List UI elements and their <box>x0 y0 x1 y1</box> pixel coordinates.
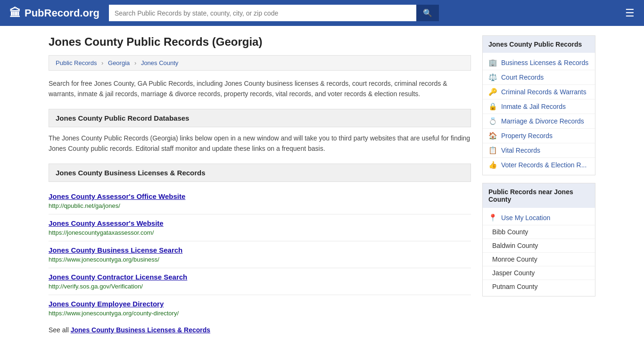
sidebar-item-baldwin[interactable]: Baldwin County <box>483 239 595 253</box>
record-item: Jones County Contractor License Search h… <box>49 268 471 295</box>
sidebar-item-voter[interactable]: 👍 Voter Records & Election R... <box>483 158 595 172</box>
sidebar-item-marriage[interactable]: 💍 Marriage & Divorce Records <box>483 114 595 129</box>
sidebar-item-putnam[interactable]: Putnam County <box>483 280 595 293</box>
see-all-link[interactable]: Jones County Business Licenses & Records <box>71 326 210 334</box>
breadcrumb-jones-county[interactable]: Jones County <box>141 59 179 66</box>
lock-icon: 🔒 <box>488 102 497 111</box>
sidebar-item-label: Inmate & Jail Records <box>501 103 566 110</box>
county-records-list: 🏢 Business Licenses & Records ⚖️ Court R… <box>483 53 595 175</box>
site-header: 🏛 PubRecord.org 🔍 ☰ <box>0 0 644 26</box>
breadcrumb-sep-1: › <box>101 59 103 66</box>
thumbsup-icon: 👍 <box>488 161 497 169</box>
sidebar-item-label: Criminal Records & Warrants <box>501 88 586 96</box>
record-title-3[interactable]: Jones County Contractor License Search <box>49 273 471 281</box>
record-list: Jones County Assessor's Office Website h… <box>49 188 471 321</box>
search-button[interactable]: 🔍 <box>416 5 439 21</box>
location-icon: 📍 <box>488 214 497 222</box>
building-icon: 🏢 <box>488 58 497 67</box>
sidebar-item-criminal[interactable]: 🔑 Criminal Records & Warrants <box>483 85 595 99</box>
breadcrumb-public-records[interactable]: Public Records <box>56 59 97 66</box>
breadcrumb: Public Records › Georgia › Jones County <box>49 55 471 71</box>
see-all-prefix: See all <box>49 326 71 334</box>
sidebar-item-label: Marriage & Divorce Records <box>501 117 584 125</box>
nearby-records-box-header: Public Records near Jones County <box>483 183 595 208</box>
see-all: See all Jones County Business Licenses &… <box>49 326 471 334</box>
page-title: Jones County Public Records (Georgia) <box>49 35 471 49</box>
record-title-2[interactable]: Jones County Business License Search <box>49 246 471 254</box>
page-description: Search for free Jones County, GA Public … <box>49 78 471 99</box>
site-logo[interactable]: 🏛 PubRecord.org <box>9 7 99 20</box>
record-url-2: https://www.jonescountyga.org/business/ <box>49 256 159 263</box>
search-icon: 🔍 <box>423 9 432 17</box>
business-section-header: Jones County Business Licenses & Records <box>49 164 471 182</box>
sidebar-item-monroe[interactable]: Monroe County <box>483 253 595 266</box>
page-container: Jones County Public Records (Georgia) Pu… <box>39 26 605 343</box>
sidebar-item-inmate[interactable]: 🔒 Inmate & Jail Records <box>483 99 595 114</box>
databases-section-text: The Jones County Public Records (Georgia… <box>49 133 471 154</box>
sidebar-item-label: Monroe County <box>492 255 537 263</box>
search-bar: 🔍 <box>109 5 439 21</box>
sidebar-item-vital[interactable]: 📋 Vital Records <box>483 143 595 158</box>
main-content: Jones County Public Records (Georgia) Pu… <box>49 35 471 334</box>
sidebar-item-label: Voter Records & Election R... <box>501 161 586 169</box>
breadcrumb-sep-2: › <box>134 59 136 66</box>
record-title-1[interactable]: Jones County Assessor's Website <box>49 219 471 227</box>
sidebar-item-label: Use My Location <box>501 214 550 222</box>
sidebar-item-label: Property Records <box>501 132 553 140</box>
nearby-records-list: 📍 Use My Location Bibb County Baldwin Co… <box>483 208 595 296</box>
sidebar-item-label: Business Licenses & Records <box>501 59 588 66</box>
record-item: Jones County Assessor's Office Website h… <box>49 188 471 214</box>
sidebar-item-court[interactable]: ⚖️ Court Records <box>483 70 595 85</box>
sidebar-item-label: Putnam County <box>492 283 538 290</box>
sidebar-item-label: Bibb County <box>492 228 528 236</box>
logo-text: PubRecord.org <box>25 7 99 19</box>
sidebar-item-bibb[interactable]: Bibb County <box>483 225 595 239</box>
sidebar-item-jasper[interactable]: Jasper County <box>483 266 595 280</box>
nearby-records-box: Public Records near Jones County 📍 Use M… <box>482 183 595 296</box>
sidebar-item-business[interactable]: 🏢 Business Licenses & Records <box>483 56 595 70</box>
county-records-box: Jones County Public Records 🏢 Business L… <box>482 35 595 175</box>
record-url-3: http://verify.sos.ga.gov/Verification/ <box>49 283 143 290</box>
ring-icon: 💍 <box>488 117 497 125</box>
sidebar: Jones County Public Records 🏢 Business L… <box>482 35 595 334</box>
record-url-1: https://jonescountygataxassessor.com/ <box>49 229 154 236</box>
sidebar-item-use-location[interactable]: 📍 Use My Location <box>483 211 595 225</box>
key-icon: 🔑 <box>488 88 497 96</box>
hamburger-icon: ☰ <box>625 7 635 19</box>
search-input[interactable] <box>109 5 416 21</box>
scales-icon: ⚖️ <box>488 73 497 82</box>
record-url-0: http://qpublic.net/ga/jones/ <box>49 202 120 209</box>
county-records-box-header: Jones County Public Records <box>483 36 595 53</box>
house-icon: 🏠 <box>488 132 497 140</box>
breadcrumb-georgia[interactable]: Georgia <box>108 59 130 66</box>
record-item: Jones County Assessor's Website https://… <box>49 214 471 241</box>
record-item: Jones County Business License Search htt… <box>49 241 471 268</box>
logo-icon: 🏛 <box>9 7 21 20</box>
record-item: Jones County Employee Directory https://… <box>49 295 471 321</box>
sidebar-item-label: Vital Records <box>501 147 540 154</box>
databases-section-header: Jones County Public Record Databases <box>49 109 471 127</box>
record-title-4[interactable]: Jones County Employee Directory <box>49 300 471 308</box>
record-url-4: https://www.jonescountyga.org/county-dir… <box>49 310 179 317</box>
record-title-0[interactable]: Jones County Assessor's Office Website <box>49 192 471 200</box>
sidebar-item-label: Court Records <box>501 74 544 81</box>
sidebar-item-label: Jasper County <box>492 269 535 277</box>
hamburger-menu-button[interactable]: ☰ <box>625 7 635 19</box>
sidebar-item-property[interactable]: 🏠 Property Records <box>483 129 595 143</box>
sidebar-item-label: Baldwin County <box>492 242 538 249</box>
clipboard-icon: 📋 <box>488 146 497 155</box>
